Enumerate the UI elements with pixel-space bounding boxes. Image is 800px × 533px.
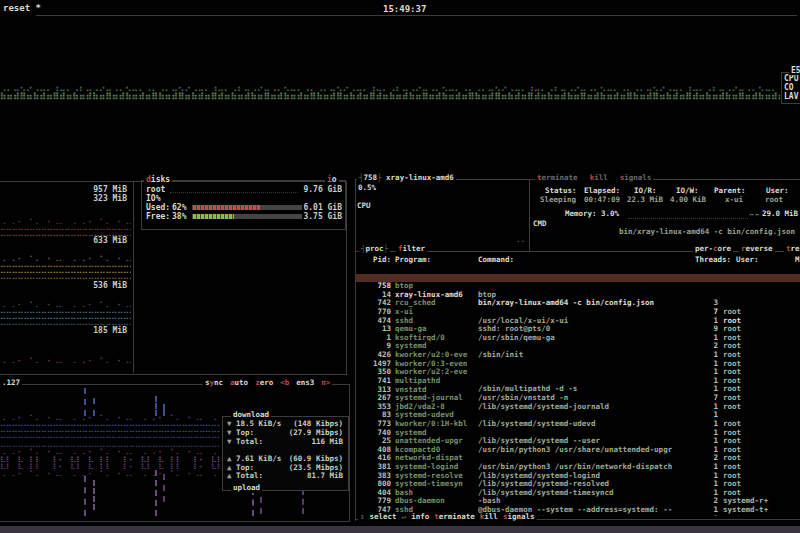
process-row[interactable]: 800 bash -bash 1 root [355,472,800,481]
disk-free-value: 3.75 GiB [300,212,342,221]
kill-menu-button[interactable]: kill [590,174,608,183]
process-row[interactable]: 404 dbus-daemon @dbus-daemon --system --… [355,480,800,489]
net-upload-graph3: ⠠⠀⠄⠂⠀⠁⠄⠀⠂⠠⠄⠀⠠⠀⠄⠂⠀⠁⠄⠀⠂⠠⠄⠀⠠⠀⠄⠂⠀⠁⠄⠀⠂⠠⠄⠀⠠⠀⠄⠂… [0,470,220,476]
signals-action[interactable]: signals [503,513,535,522]
info-key-icon: ↵ [402,513,407,522]
iow-value: 4.00 KiB [670,196,706,205]
disks-io-toggle[interactable]: io [325,175,339,184]
terminate-menu-button[interactable]: terminate [537,174,578,183]
process-row[interactable]: 740 unattended-upgr /usr/bin/python3 /us… [355,420,800,429]
select-key-icon: ↕ [360,513,365,522]
terminate-action[interactable]: terminate [434,513,475,522]
details-memory-pct: 3.0% [601,210,619,219]
process-row[interactable]: 350 multipathd /sbin/multipathd -d -s 7 … [355,360,800,369]
process-row[interactable]: 779 sshd sshd: root@notty 1 root [355,489,800,498]
disk-free-label: Free: [146,212,170,221]
process-row[interactable]: 313 systemd-journal /lib/systemd/systemd… [355,377,800,386]
disk-size: 9.76 GiB [300,185,342,194]
mem-value-2: 323 MiB [51,194,127,203]
net-ip-label: .127 [0,379,22,388]
disk-name: root [146,185,165,194]
process-row[interactable]: 742 x-ui /usr/local/x-ui/x-ui 9 root [355,291,800,300]
process-row[interactable]: 13 ksoftirqd/0 1 root [355,317,800,326]
process-row[interactable]: 1497 kworker/u2:2-eve 1 root [355,351,800,360]
mem-avail-graph3: ⣤⣤⣤⣤⣤⣤⣤⣤⣤⣤⣤⣤⣤⣤⣤⣤⣤⣤⣤⣤⣤⣤⣤⣤⣤⣤⣤⣤ [0,273,131,279]
net-auto-toggle[interactable]: auto [230,379,248,388]
process-row[interactable]: 381 systemd-resolve /lib/systemd/systemd… [355,454,800,463]
process-row[interactable]: 747 sshd sshd: /usr/sbin/sshd -D [listen… [355,497,800,506]
down-total-row: ▼ Total: 116 MiB [227,438,343,447]
process-row[interactable]: 14 rcu_sched 1 root [355,282,800,291]
process-row[interactable]: 770 sshd sshd: root@pts/0 1 root [355,299,800,308]
per-core-toggle[interactable]: per-core [693,245,733,254]
net-down-spike [84,388,86,416]
status-value: Sleeping [540,196,576,205]
parent-value: x-ui [725,196,743,205]
process-row[interactable]: 1488 btop btop 3 root [355,265,800,274]
details-cpu-pct: 0.5% [358,184,376,193]
process-row[interactable]: 408 networkd-dispat /usr/bin/python3 /us… [355,437,800,446]
user-column-header[interactable]: User: [736,256,759,265]
program-column-header[interactable]: Program: [395,256,431,265]
net-prev-device-button[interactable]: <b [280,379,289,388]
net-zero-toggle[interactable]: zero [255,379,273,388]
mem-value-4: 536 MiB [51,281,127,290]
up-total-label: Total: [236,471,263,480]
down-arrow-icon: ▼ [227,428,232,437]
details-divider [529,179,530,251]
net-upload-graph: ⠧⠇⠀⡧⠀⠇⣇⠀⡀⡇⠂⠀⠧⠇⠀⡧⠀⠇⣇⠀⡀⡇⠂⠀⠧⠇⠀⡧⠀⠇⣇⠀⡀⡇⠂⠀⠧⠇⠀⡧… [0,456,220,462]
net-options: sync auto zero <b ens3 n> [203,379,332,388]
command-column-header[interactable]: Command: [478,256,514,265]
ior-value: 22.3 MiB [627,196,663,205]
mem-free-graph-tips: ⠠⠀⠄⠂⠀⠁⠄⠀⠂⠠⠄⠀⠠⠀⠄⠂⠀⠁⠄⠀⠂⠠⠄⠀⠠⠀⠄⠂⠀⠁⠄⠀⠂⠠⠄⠀ [0,357,131,363]
down-total-value: 116 MiB [311,438,343,447]
net-download-graph3: ⣤⣤⣤⣤⣤⣤⣤⣤⣤⣤⣤⣤⣤⣤⣤⣤⣤⣤⣤⣤⣤⣤⣤⣤⣤⣤⣤⣤⣤⣤⣤⣤⣤⣤⣤⣤⣤⣤⣤⣤… [0,432,220,438]
details-cmd-vlabel: CMD [533,219,539,228]
up-total-row: ▲ Total: 81.7 MiB [227,472,343,481]
process-row[interactable]: 426 kworker/0:3-even 1 root [355,342,800,351]
process-row[interactable]: 267 jbd2/vda2-8 1 root [355,386,800,395]
reverse-toggle[interactable]: reverse [739,245,775,254]
net-sync-toggle[interactable]: sync [205,379,223,388]
details-memory-graph [628,217,748,219]
process-row[interactable]: 416 systemd-logind /lib/systemd/systemd-… [355,446,800,455]
disk-io-label: IO% [146,194,160,203]
net-next-device-button[interactable]: n> [321,379,330,388]
net-down-spike [155,396,157,416]
proc-title: ┤proc├ [359,245,390,254]
process-row[interactable]: 83 kworker/0:1H-kbl 1 root [355,403,800,412]
tree-toggle[interactable]: tre [784,245,800,254]
up-arrow-icon: ▲ [227,471,232,480]
process-row[interactable]: 9 kworker/u2:0-eve 1 root [355,334,800,343]
process-row[interactable]: 383 systemd-timesyn /lib/systemd/systemd… [355,463,800,472]
pid-column-header[interactable]: Pid: [355,256,391,265]
down-arrow-icon: ▼ [227,437,232,446]
net-up-spike [155,470,157,516]
signals-menu-button[interactable]: signals [620,174,652,183]
details-menu: terminate kill signals [535,174,653,183]
disk-used-meter [192,205,302,210]
process-user: root [723,515,793,516]
threads-column-header[interactable]: Threads: [675,256,731,265]
info-action[interactable]: info [411,513,429,522]
process-row[interactable]: 353 systemd-udevd /lib/systemd/systemd-u… [355,394,800,403]
mem-column-header-cut[interactable]: M [795,256,800,265]
disk-free-pct: 38% [172,212,186,221]
process-row[interactable]: 758 xray-linux-amd6 bin/xray-linux-amd64… [355,274,800,283]
process-row[interactable]: 1 systemd /sbin/init 1 root [355,325,800,334]
process-row[interactable]: 773 systemd /lib/systemd/systemd --user … [355,411,800,420]
kill-action[interactable]: kill [480,513,498,522]
cpu-box-top-border [36,15,797,16]
process-row[interactable]: 474 qemu-ga /usr/sbin/qemu-ga 2 root [355,308,800,317]
details-pid-badge: ┤758├ xray-linux-amd6 [357,174,456,183]
clock: 15:49:37 [381,5,428,14]
process-row[interactable]: 741 vnstatd /usr/sbin/vnstatd -n 1 [355,368,800,377]
net-up-spike [163,474,165,502]
upload-label: upload [231,484,262,493]
process-row[interactable]: 25 kcompactd0 1 root [355,429,800,438]
down-arrow-icon: ▼ [227,419,232,428]
filter-button[interactable]: filter [396,245,427,254]
select-action[interactable]: select [370,513,397,522]
details-cpu-vlabel: CPU [357,201,363,210]
mem-cached-graph3: ⣤⣤⣤⣤⣤⣤⣤⣤⣤⣤⣤⣤⣤⣤⣤⣤⣤⣤⣤⣤⣤⣤⣤⣤⣤⣤⣤⣤ [0,319,131,325]
